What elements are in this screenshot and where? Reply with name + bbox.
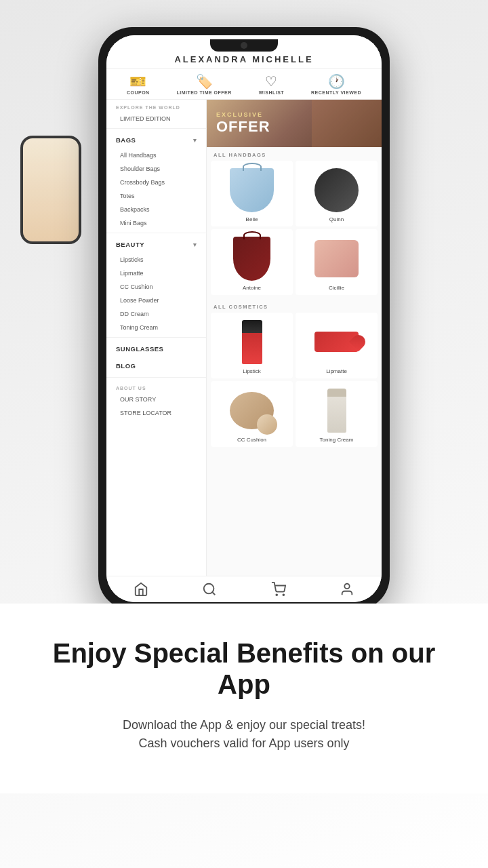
sidebar-totes[interactable]: Totes [106,189,206,203]
hero-exclusive-text: EXCLUSIVE [216,111,382,118]
home-nav-button[interactable] [134,582,148,597]
hero-banner: EXCLUSIVE OFFER [207,100,382,147]
belle-name: Belle [246,216,258,222]
toning-cream-shape [327,389,346,433]
cicillie-bag-shape [314,240,359,277]
heart-icon: ♡ [265,75,277,88]
blog-label: BLOG [116,362,136,370]
sidebar-cc-cushion[interactable]: CC Cushion [106,280,206,294]
product-toning-cream[interactable]: Toning Cream [296,381,378,447]
limited-time-nav-item[interactable]: 🏷️ LIMITED TIME OFFER [177,75,232,95]
sidebar-loose-powder[interactable]: Loose Powder [106,294,206,307]
cicillie-image [313,235,361,282]
cicillie-name: Cicillie [329,285,344,291]
sidebar-dd-cream[interactable]: DD Cream [106,307,206,321]
bottom-nav [106,576,382,602]
coupon-nav-item[interactable]: 🎫 COUPON [127,75,150,95]
clock-icon: 🕐 [328,75,345,88]
antoine-name: Antoine [243,285,261,291]
sidebar-divider-4 [106,377,206,378]
sidebar-crossbody-bags[interactable]: Crossbody Bags [106,176,206,189]
svg-point-0 [204,584,214,594]
bags-label: BAGS [116,136,136,144]
wishlist-label: WISHLIST [259,90,284,95]
lipstick-name: Lipstick [243,368,261,374]
sidebar-divider-2 [106,233,206,233]
product-cc-cushion[interactable]: CC Cushion [211,381,293,447]
phone-screen: ALEXANDRA MICHELLE 🎫 COUPON 🏷️ LIMITED T… [106,35,382,602]
wishlist-nav-item[interactable]: ♡ WISHLIST [259,75,284,95]
person-icon [340,582,354,597]
phone-mockup: ALEXANDRA MICHELLE 🎫 COUPON 🏷️ LIMITED T… [98,27,390,610]
lipmatte-name: Lipmatte [326,368,347,374]
cosmetics-section-label: ALL COSMETICS [207,299,382,313]
sidebar-all-handbags[interactable]: All Handbags [106,149,206,162]
product-belle[interactable]: Belle [211,161,293,226]
lipstick-shape [242,320,262,364]
sidebar-backpacks[interactable]: Backpacks [106,203,206,216]
cart-icon [271,582,286,597]
product-lipstick[interactable]: Lipstick [211,313,293,378]
coupon-icon: 🎫 [129,75,146,88]
sidebar-divider-3 [106,337,206,338]
search-nav-button[interactable] [202,582,217,597]
cart-nav-button[interactable] [271,582,286,597]
sidebar-lipsticks[interactable]: Lipsticks [106,253,206,267]
sidebar-toning-cream[interactable]: Toning Cream [106,321,206,334]
top-nav: 🎫 COUPON 🏷️ LIMITED TIME OFFER ♡ WISHLIS… [106,69,382,100]
home-icon [134,582,148,597]
belle-image [228,166,276,214]
svg-point-4 [345,584,350,589]
beauty-chevron-icon: ▾ [193,241,197,248]
cc-cushion-shape [230,392,274,429]
toning-cream-name: Toning Cream [320,437,354,443]
products-panel: EXCLUSIVE OFFER ALL HANDBAGS Belle [207,100,382,576]
sidebar-sunglasses[interactable]: SUNGLASSES [106,340,206,357]
antoine-bag-shape [233,237,270,281]
sidebar: EXPLORE THE WORLD LIMITED EDITION BAGS ▾… [106,100,207,576]
bags-chevron-icon: ▾ [193,137,197,144]
sidebar-blog[interactable]: BLOG [106,357,206,374]
hero-offer-text: OFFER [216,118,382,136]
promo-section: Enjoy Special Benefits on our App Downlo… [0,604,488,793]
svg-point-2 [276,594,277,595]
quinn-image [313,166,361,214]
sidebar-bags[interactable]: BAGS ▾ [106,132,206,149]
lipstick-image [228,318,276,366]
beauty-label: BEAUTY [116,241,144,248]
svg-point-3 [283,594,284,595]
sidebar-lipmatte[interactable]: Lipmatte [106,267,206,280]
sidebar-store-locator[interactable]: STORE LOCATOR [106,406,206,420]
sidebar-beauty[interactable]: BEAUTY ▾ [106,236,206,253]
cosmetics-grid: Lipstick Lipmatte CC Cus [207,313,382,451]
promo-subtitle: Download the App & enjoy our special tre… [41,716,447,753]
quinn-name: Quinn [329,216,344,222]
product-lipmatte[interactable]: Lipmatte [296,313,378,378]
quinn-bag-shape [314,168,359,212]
main-content: EXPLORE THE WORLD LIMITED EDITION BAGS ▾… [106,100,382,576]
recently-viewed-nav-item[interactable]: 🕐 RECENTLY VIEWED [311,75,361,95]
decorative-phone [20,136,81,244]
lipmatte-image [313,318,361,366]
sidebar-limited-edition[interactable]: LIMITED EDITION [106,112,206,125]
sunglasses-label: SUNGLASSES [116,345,163,353]
page-background: ALEXANDRA MICHELLE 🎫 COUPON 🏷️ LIMITED T… [0,0,488,868]
handbags-grid: Belle Quinn Antoine [207,161,382,299]
product-quinn[interactable]: Quinn [296,161,378,226]
sidebar-our-story[interactable]: OUR STORY [106,393,206,406]
explore-label: EXPLORE THE WORLD [106,100,206,112]
limited-time-label: LIMITED TIME OFFER [177,90,232,95]
toning-cream-image [313,387,361,434]
product-cicillie[interactable]: Cicillie [296,229,378,295]
recently-viewed-label: RECENTLY VIEWED [311,90,361,95]
profile-nav-button[interactable] [340,582,354,597]
product-antoine[interactable]: Antoine [211,229,293,295]
cc-cushion-name: CC Cushion [237,437,266,443]
about-us-section-label: ABOUT US [106,380,206,393]
limited-time-icon: 🏷️ [196,75,213,88]
sidebar-mini-bags[interactable]: Mini Bags [106,216,206,230]
antoine-image [228,235,276,282]
sidebar-divider-1 [106,128,206,129]
cc-cushion-image [228,387,276,434]
sidebar-shoulder-bags[interactable]: Shoulder Bags [106,162,206,176]
